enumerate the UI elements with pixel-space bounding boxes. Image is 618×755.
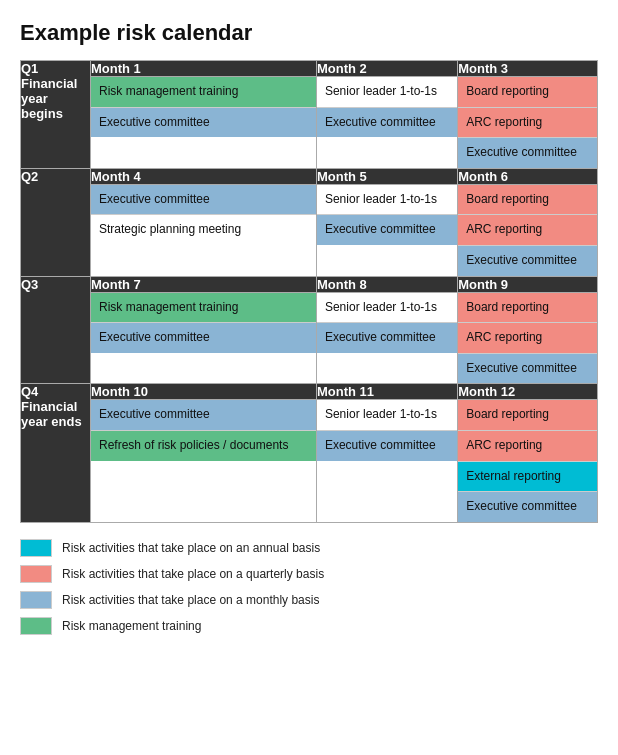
calendar-cell-item: Executive committee	[317, 214, 457, 245]
month-header: Month 5	[316, 168, 457, 184]
legend-color-box	[20, 539, 52, 557]
month-cell: Executive committeeRefresh of risk polic…	[91, 400, 317, 522]
legend-color-box	[20, 565, 52, 583]
month-cell: Risk management trainingExecutive commit…	[91, 292, 317, 384]
month-cell: Risk management trainingExecutive commit…	[91, 77, 317, 169]
month-header: Month 9	[458, 276, 598, 292]
month-cell: Board reportingARC reportingExecutive co…	[458, 292, 598, 384]
calendar-cell-item: Executive committee	[317, 322, 457, 353]
calendar-cell-item: Executive committee	[317, 107, 457, 138]
calendar-cell-item: Executive committee	[91, 185, 316, 215]
calendar-cell-item: Refresh of risk policies / documents	[91, 430, 316, 461]
month-cell: Board reportingARC reportingExecutive co…	[458, 184, 598, 276]
month-header: Month 10	[91, 384, 317, 400]
calendar-cell-item: Board reporting	[458, 293, 597, 323]
quarter-label: Q4 Financial year ends	[21, 384, 91, 522]
calendar-cell-item: Executive committee	[458, 491, 597, 522]
month-header: Month 2	[316, 61, 457, 77]
calendar-cell-item: Board reporting	[458, 400, 597, 430]
calendar-cell-item: Risk management training	[91, 77, 316, 107]
month-header: Month 12	[458, 384, 598, 400]
calendar-cell-item: Senior leader 1-to-1s	[317, 185, 457, 215]
calendar-cell-item: Executive committee	[91, 400, 316, 430]
month-cell: Senior leader 1-to-1sExecutive committee	[316, 77, 457, 169]
calendar-cell-item: Executive committee	[91, 322, 316, 353]
month-cell: Senior leader 1-to-1sExecutive committee	[316, 400, 457, 522]
calendar-cell-item: Executive committee	[458, 137, 597, 168]
month-header: Month 8	[316, 276, 457, 292]
calendar-cell-item: Senior leader 1-to-1s	[317, 77, 457, 107]
calendar-cell-item: Executive committee	[458, 245, 597, 276]
month-header: Month 3	[458, 61, 598, 77]
calendar-cell-item: ARC reporting	[458, 214, 597, 245]
calendar-cell-item: ARC reporting	[458, 430, 597, 461]
month-header: Month 7	[91, 276, 317, 292]
calendar-table: Q1 Financial year beginsMonth 1Month 2Mo…	[20, 60, 598, 523]
month-header: Month 6	[458, 168, 598, 184]
legend-label: Risk management training	[62, 619, 201, 633]
month-cell: Board reportingARC reportingExecutive co…	[458, 77, 598, 169]
month-cell: Senior leader 1-to-1sExecutive committee	[316, 184, 457, 276]
legend-label: Risk activities that take place on a qua…	[62, 567, 324, 581]
calendar-cell-item: ARC reporting	[458, 107, 597, 138]
quarter-label: Q3	[21, 276, 91, 384]
legend-color-box	[20, 591, 52, 609]
calendar-cell-item: External reporting	[458, 461, 597, 492]
page-title: Example risk calendar	[20, 20, 598, 46]
legend: Risk activities that take place on an an…	[20, 539, 598, 635]
legend-item: Risk activities that take place on an an…	[20, 539, 598, 557]
calendar-cell-item: Executive committee	[458, 353, 597, 384]
calendar-cell-item: Board reporting	[458, 185, 597, 215]
month-header: Month 4	[91, 168, 317, 184]
month-cell: Board reportingARC reportingExternal rep…	[458, 400, 598, 522]
calendar-cell-item: Senior leader 1-to-1s	[317, 293, 457, 323]
calendar-cell-item: Executive committee	[317, 430, 457, 461]
legend-item: Risk activities that take place on a qua…	[20, 565, 598, 583]
calendar-cell-item: Board reporting	[458, 77, 597, 107]
month-header: Month 11	[316, 384, 457, 400]
month-cell: Executive committeeStrategic planning me…	[91, 184, 317, 276]
quarter-label: Q1 Financial year begins	[21, 61, 91, 169]
calendar-cell-item: Executive committee	[91, 107, 316, 138]
legend-color-box	[20, 617, 52, 635]
quarter-label: Q2	[21, 168, 91, 276]
legend-label: Risk activities that take place on an an…	[62, 541, 320, 555]
month-cell: Senior leader 1-to-1sExecutive committee	[316, 292, 457, 384]
calendar-cell-item: Risk management training	[91, 293, 316, 323]
legend-label: Risk activities that take place on a mon…	[62, 593, 319, 607]
legend-item: Risk management training	[20, 617, 598, 635]
month-header: Month 1	[91, 61, 317, 77]
legend-item: Risk activities that take place on a mon…	[20, 591, 598, 609]
calendar-cell-item: Strategic planning meeting	[91, 214, 316, 245]
calendar-cell-item: Senior leader 1-to-1s	[317, 400, 457, 430]
calendar-cell-item: ARC reporting	[458, 322, 597, 353]
